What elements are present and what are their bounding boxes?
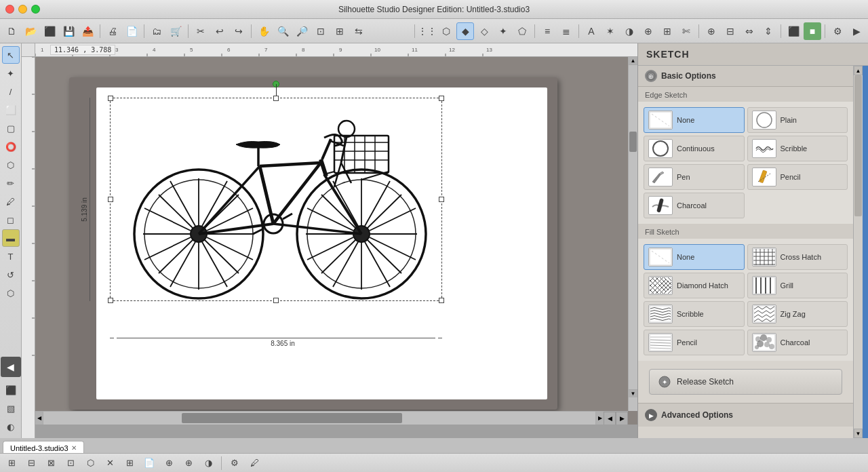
settings-button[interactable]: ⚙	[829, 22, 846, 40]
bottom-group[interactable]: ⊟	[22, 456, 40, 471]
zoom-out-button[interactable]: 🔎	[293, 22, 311, 40]
zoom-actual-button[interactable]: ⊞	[331, 22, 349, 40]
panel-scroll-down[interactable]: ▼	[854, 429, 863, 438]
text-button[interactable]: A	[583, 22, 600, 40]
edge-scribble-option[interactable]: Scribble	[747, 136, 848, 161]
minimize-button[interactable]	[18, 5, 27, 14]
advanced-options-header[interactable]: ▶ Advanced Options	[638, 403, 853, 427]
bottom-send[interactable]: 🖊	[245, 456, 263, 471]
new-button[interactable]: 🗋	[3, 22, 20, 40]
canvas-viewport[interactable]: 8.365 in 5.139 in ▲	[35, 57, 637, 425]
fill-pencil-option[interactable]: Pencil	[644, 330, 745, 355]
library-button[interactable]: 🗂	[148, 22, 165, 40]
round-rect-tool[interactable]: ▢	[2, 119, 20, 137]
handle-br[interactable]	[439, 298, 444, 303]
lines-button[interactable]: ≡	[538, 22, 556, 40]
layer-settings-button[interactable]: ◐	[2, 418, 20, 435]
bottom-select-all[interactable]: ⊞	[3, 456, 20, 471]
vertical-scrollbar[interactable]: ▲ ▼	[628, 57, 637, 411]
send-button[interactable]: ▶	[848, 22, 865, 40]
handle-tl[interactable]	[108, 96, 113, 101]
bottom-object-align[interactable]: ⊞	[121, 456, 138, 471]
lines2-button[interactable]: ≣	[557, 22, 575, 40]
tab-untitled3[interactable]: Untitled-3.studio3 ✕	[3, 441, 84, 453]
handle-bm[interactable]	[273, 298, 279, 303]
fill-zig-zag-option[interactable]: Zig Zag	[747, 301, 848, 327]
print-button[interactable]: 🖨	[104, 22, 121, 40]
trace-button[interactable]: ◑	[620, 22, 638, 40]
fill-scribble-option[interactable]: Scribble	[644, 301, 745, 327]
edge-charcoal-option[interactable]: Charcoal	[644, 193, 745, 218]
paint-tool[interactable]: ▬	[2, 229, 20, 247]
bottom-compound[interactable]: ⬡	[81, 456, 99, 471]
bottom-settings[interactable]: ⚙	[226, 456, 243, 471]
fill-grill-option[interactable]: Grill	[747, 273, 848, 298]
select-tool[interactable]: ↖	[2, 46, 20, 64]
open-button[interactable]: 📂	[22, 22, 39, 40]
path-button[interactable]: ◇	[475, 22, 493, 40]
text-tool[interactable]: T	[2, 248, 20, 265]
save-as-button[interactable]: 📤	[79, 22, 96, 40]
star-button[interactable]: ✦	[494, 22, 512, 40]
panel-scroll-up[interactable]: ▲	[854, 66, 863, 75]
basic-options-section-header[interactable]: ⊛ Basic Options	[638, 66, 853, 87]
scroll-down-button[interactable]: ▼	[629, 389, 637, 397]
node-tool[interactable]: ✦	[2, 64, 20, 82]
snap-button[interactable]: ⬡	[437, 22, 455, 40]
transform-button[interactable]: ⇆	[350, 22, 368, 40]
pen-tool[interactable]: 🖊	[2, 193, 20, 210]
polygon-button[interactable]: ⬠	[513, 22, 531, 40]
layer-down-button[interactable]: ▧	[2, 399, 20, 417]
template-button[interactable]: ⬛	[41, 22, 58, 40]
scroll-right-button[interactable]: ▶	[595, 412, 604, 425]
rotate-tool[interactable]: ↺	[2, 266, 20, 283]
fill-cross-hatch-option[interactable]: Cross Hatch	[747, 244, 848, 270]
scroll-up-button[interactable]: ▲	[629, 57, 637, 65]
fill-charcoal-option[interactable]: Charcoal	[747, 330, 848, 355]
zoom-fit-button[interactable]: ⊡	[312, 22, 330, 40]
align-button[interactable]: ⊟	[722, 22, 739, 40]
bottom-page-align[interactable]: 📄	[140, 456, 158, 471]
polygon-tool[interactable]: ⬡	[2, 156, 20, 174]
window-controls[interactable]	[5, 5, 40, 14]
fill-diamond-hatch-option[interactable]: Diamond Hatch	[644, 273, 745, 298]
shape-button[interactable]: ◆	[456, 22, 474, 40]
edge-continuous-option[interactable]: Continuous	[644, 136, 745, 161]
zoom-in-button[interactable]: 🔍	[274, 22, 292, 40]
tab-close-button[interactable]: ✕	[71, 444, 77, 452]
flip-h-button[interactable]: ⇔	[741, 22, 758, 40]
paper-surface[interactable]: 8.365 in 5.139 in	[96, 87, 547, 399]
edge-none-option[interactable]: None	[644, 107, 745, 133]
effect-button[interactable]: ✶	[601, 22, 619, 40]
edge-pencil-option[interactable]: Pencil	[747, 164, 848, 190]
handle-tm[interactable]	[273, 96, 279, 101]
edge-plain-option[interactable]: Plain	[747, 107, 848, 133]
bottom-trace[interactable]: ◑	[199, 456, 217, 471]
handle-ml[interactable]	[108, 197, 113, 202]
panel-scrollbar[interactable]: ▲ ▼	[853, 66, 863, 438]
fill-button[interactable]: ■	[804, 22, 821, 40]
panel-scroll-thumb[interactable]	[854, 75, 862, 216]
fill-none-option[interactable]: None	[644, 244, 745, 270]
bottom-layer[interactable]: ⊡	[62, 456, 79, 471]
print2-button[interactable]: 📄	[123, 22, 140, 40]
horizontal-scrollbar[interactable]: ◀ ▶ ◀ ▶	[35, 411, 628, 425]
weld-button[interactable]: ⊕	[639, 22, 657, 40]
handle-tr[interactable]	[439, 96, 444, 101]
scroll-thumb-v[interactable]	[629, 132, 637, 152]
release-sketch-button[interactable]: ✦ Release Sketch	[649, 369, 842, 395]
edge-pen-option[interactable]: Pen	[644, 164, 745, 190]
flip-v-button[interactable]: ⇕	[760, 22, 777, 40]
maximize-button[interactable]	[31, 5, 40, 14]
fill-tool[interactable]: ⬡	[2, 284, 20, 302]
replicate-button[interactable]: ⊞	[658, 22, 676, 40]
handle-mr[interactable]	[439, 197, 444, 202]
hand-tool[interactable]: ✋	[255, 22, 273, 40]
reg-mark-button[interactable]: ⊕	[703, 22, 720, 40]
eraser-tool[interactable]: ◻	[2, 211, 20, 229]
handle-bl[interactable]	[108, 298, 113, 303]
draw-tool[interactable]: ✏	[2, 174, 20, 192]
color-button[interactable]: ⬛	[785, 22, 802, 40]
bottom-import[interactable]: ⊕	[180, 456, 197, 471]
line-tool[interactable]: /	[2, 83, 20, 100]
